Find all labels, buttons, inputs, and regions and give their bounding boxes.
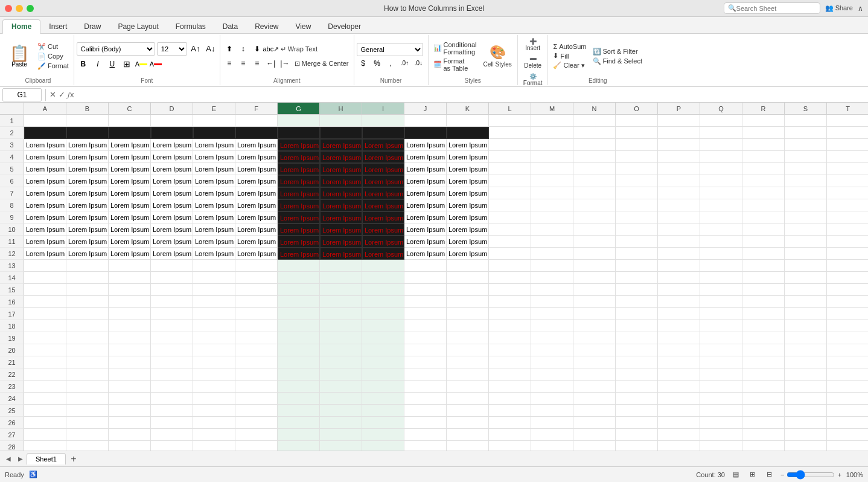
search-box[interactable]: 🔍 — [724, 2, 820, 14]
grid-cell[interactable] — [109, 429, 151, 441]
accounting-button[interactable]: $ — [357, 57, 370, 70]
grid-cell[interactable] — [573, 163, 616, 175]
grid-cell[interactable] — [742, 344, 785, 356]
grid-cell[interactable]: Lorem Ipsum — [404, 139, 447, 151]
col-header-c[interactable]: C — [109, 103, 151, 114]
grid-cell[interactable] — [531, 175, 573, 187]
grid-cell[interactable]: Lorem Ipsum — [447, 236, 489, 248]
grid-cell[interactable] — [827, 308, 868, 320]
grid-cell[interactable] — [531, 236, 573, 248]
grid-cell[interactable] — [785, 320, 827, 332]
grid-cell[interactable] — [573, 139, 616, 151]
function-icon[interactable]: 𝑓x — [68, 90, 74, 100]
grid-cell[interactable] — [66, 405, 109, 417]
row-header[interactable]: 10 — [0, 223, 24, 236]
grid-cell[interactable]: Lorem Ipsum — [362, 151, 404, 163]
grid-cell[interactable] — [278, 272, 320, 284]
grid-cell[interactable] — [235, 320, 278, 332]
grid-cell[interactable] — [700, 381, 742, 393]
delete-cells-button[interactable]: ➖ Delete — [520, 54, 546, 71]
grid-cell[interactable] — [658, 381, 700, 393]
grid-cell[interactable] — [700, 296, 742, 308]
grid-cell[interactable] — [827, 163, 868, 175]
grid-cell[interactable]: Lorem Ipsum — [151, 151, 193, 163]
align-top-button[interactable]: ⬆ — [223, 42, 236, 56]
col-header-p[interactable]: P — [658, 103, 700, 114]
grid-cell[interactable]: Lorem Ipsum — [193, 199, 235, 211]
grid-cell[interactable]: Lorem Ipsum — [235, 187, 278, 199]
col-header-a[interactable]: A — [24, 103, 66, 114]
grid-cell[interactable] — [658, 405, 700, 417]
grid-cell[interactable] — [193, 368, 235, 381]
grid-cell[interactable] — [827, 344, 868, 356]
col-header-h[interactable]: H — [320, 103, 362, 114]
grid-cell[interactable] — [489, 223, 531, 236]
grid-cell[interactable] — [700, 393, 742, 405]
grid-cell[interactable]: Lorem Ipsum — [109, 151, 151, 163]
grid-cell[interactable] — [531, 223, 573, 236]
grid-cell[interactable] — [573, 405, 616, 417]
grid-cell[interactable]: Lorem Ipsum — [151, 211, 193, 223]
grid-cell[interactable] — [235, 272, 278, 284]
grid-cell[interactable] — [616, 344, 658, 356]
row-header[interactable]: 6 — [0, 175, 24, 187]
grid-cell[interactable] — [785, 332, 827, 344]
grid-cell[interactable] — [827, 260, 868, 272]
grid-cell[interactable]: Lorem Ipsum — [278, 248, 320, 260]
grid-cell[interactable]: Lorem Ipsum — [447, 139, 489, 151]
grid-cell[interactable] — [616, 115, 658, 127]
grid-cell[interactable] — [742, 127, 785, 139]
grid-cell[interactable] — [742, 211, 785, 223]
grid-cell[interactable] — [362, 429, 404, 441]
grid-cell[interactable]: Lorem Ipsum — [66, 187, 109, 199]
grid-cell[interactable] — [700, 284, 742, 296]
grid-cell[interactable] — [700, 187, 742, 199]
grid-cell[interactable] — [362, 344, 404, 356]
grid-cell[interactable] — [447, 393, 489, 405]
grid-cell[interactable] — [827, 236, 868, 248]
row-header[interactable]: 23 — [0, 381, 24, 393]
grid-cell[interactable] — [827, 211, 868, 223]
grid-cell[interactable] — [151, 127, 193, 139]
grid-cell[interactable] — [489, 163, 531, 175]
grid-cell[interactable] — [278, 308, 320, 320]
grid-cell[interactable] — [573, 151, 616, 163]
grid-cell[interactable] — [827, 441, 868, 451]
grid-cell[interactable] — [193, 344, 235, 356]
grid-cell[interactable] — [320, 320, 362, 332]
row-header[interactable]: 19 — [0, 332, 24, 344]
row-header[interactable]: 26 — [0, 417, 24, 429]
grid-cell[interactable] — [362, 296, 404, 308]
grid-cell[interactable] — [278, 332, 320, 344]
grid-cell[interactable] — [700, 417, 742, 429]
grid-cell[interactable] — [700, 115, 742, 127]
grid-cell[interactable] — [785, 429, 827, 441]
grid-cell[interactable] — [700, 344, 742, 356]
grid-cell[interactable] — [151, 284, 193, 296]
row-header[interactable]: 8 — [0, 199, 24, 211]
grid-cell[interactable] — [827, 139, 868, 151]
row-header[interactable]: 16 — [0, 296, 24, 308]
grid-cell[interactable]: Lorem Ipsum — [320, 223, 362, 236]
grid-cell[interactable] — [489, 248, 531, 260]
grid-cell[interactable] — [531, 284, 573, 296]
grid-cell[interactable] — [531, 344, 573, 356]
tab-page-layout[interactable]: Page Layout — [109, 20, 167, 33]
grid-cell[interactable] — [531, 441, 573, 451]
grid-cell[interactable] — [66, 320, 109, 332]
grid-cell[interactable] — [235, 296, 278, 308]
grid-cell[interactable] — [785, 368, 827, 381]
grid-cell[interactable]: Lorem Ipsum — [24, 139, 66, 151]
row-header[interactable]: 1 — [0, 115, 24, 127]
grid-cell[interactable] — [785, 272, 827, 284]
grid-cell[interactable] — [489, 308, 531, 320]
grid-cell[interactable] — [658, 260, 700, 272]
percent-button[interactable]: % — [371, 57, 384, 70]
grid-cell[interactable] — [616, 308, 658, 320]
grid-cell[interactable] — [658, 344, 700, 356]
grid-cell[interactable] — [785, 187, 827, 199]
row-header[interactable]: 21 — [0, 356, 24, 368]
grid-cell[interactable] — [66, 368, 109, 381]
grid-cell[interactable] — [616, 332, 658, 344]
grid-cell[interactable] — [24, 381, 66, 393]
